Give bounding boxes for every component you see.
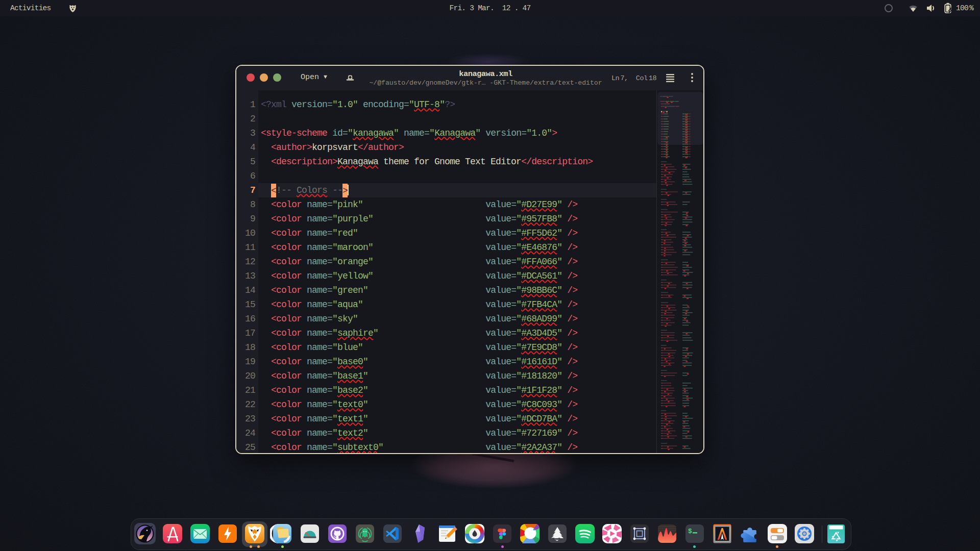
svg-text:$: $ — [688, 528, 692, 535]
